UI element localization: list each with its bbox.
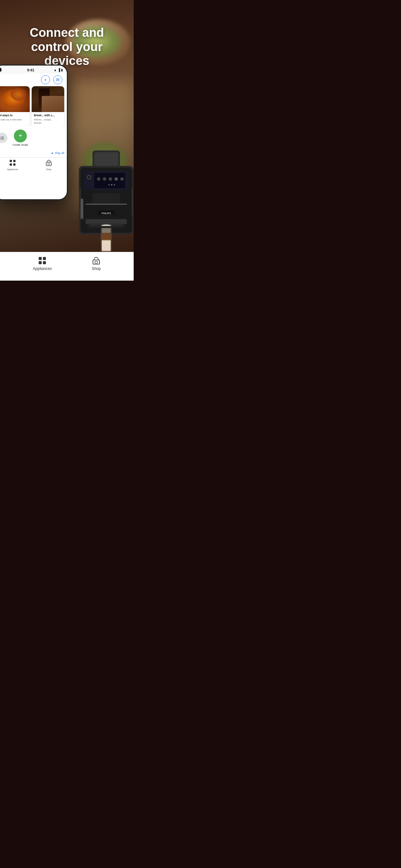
svg-rect-22 [93,193,120,204]
phone-nav-shop[interactable]: Shop [31,159,67,170]
battery-icon: ▮ [61,68,63,72]
svg-point-14 [97,177,100,181]
svg-point-16 [109,177,112,181]
shop-icon-wrap [92,256,101,265]
card-1-title: el ways to [0,114,27,117]
svg-rect-37 [88,226,125,228]
svg-point-19 [108,184,110,185]
recipe-card-2[interactable]: Brewi... with c... Kitchen... except... … [32,86,64,126]
play-all-button[interactable]: ► Play all [51,151,64,155]
create-recipe-label: Create recipe [12,144,28,146]
phone-actions-row: ⊞ + Create recipe [0,126,67,148]
phone-nav-appliances[interactable]: Appliances [0,159,31,170]
appliances-icon-wrap [38,256,47,265]
svg-rect-43 [95,261,97,264]
mail-symbol: ✉ [56,77,60,82]
svg-rect-4 [46,162,51,166]
create-recipe-circle: + [14,129,27,143]
phone-bottom-nav: Appliances Shop [0,157,67,172]
phone-camera [0,67,2,72]
svg-point-20 [111,184,112,185]
svg-rect-38 [39,257,42,260]
recipe-card-1[interactable]: el ways to o take our e next level. [0,86,30,126]
nav-item-appliances[interactable]: Appliances [33,256,52,271]
signal-icon: ▐ [58,68,60,72]
hero-title: Connect and control your devices [0,0,134,74]
svg-rect-7 [94,152,118,166]
status-icons: ▲ ▐ ▮ [54,68,63,72]
phone-mockup: 9:41 ▲ ▐ ▮ + ✉ [0,65,68,200]
svg-rect-26 [80,217,84,219]
svg-rect-41 [43,261,46,264]
card-2-title: Brewi... with c... [34,114,62,117]
recipes-icon: ⊞ [0,135,4,141]
appliances-nav-label: Appliances [33,267,52,271]
plus-symbol: + [44,77,47,82]
wifi-icon: ▲ [54,68,57,72]
full-page: Connect and control your devices 9:41 ▲ … [0,0,134,281]
appliances-nav-icon [9,159,16,167]
svg-rect-27 [80,188,81,216]
mail-icon[interactable]: ✉ [53,75,62,84]
svg-point-15 [103,177,106,181]
svg-point-18 [120,177,124,181]
hero-section: Connect and control your devices 9:41 ▲ … [0,0,134,252]
svg-rect-31 [102,240,111,251]
shop-store-icon [92,256,100,265]
svg-rect-23 [86,219,127,224]
card-2-desc: Kitchen... except... aromat... [34,118,62,125]
svg-rect-5 [48,163,50,165]
svg-rect-42 [93,260,99,264]
svg-point-21 [114,184,115,185]
phone-recipe-cards: el ways to o take our e next level. Brew… [0,86,67,126]
svg-rect-0 [10,160,12,162]
card-2-text: Brewi... with c... Kitchen... except... … [32,112,64,126]
phone-mockup-wrapper: 9:41 ▲ ▐ ▮ + ✉ [0,65,68,200]
svg-text:PHILIPS: PHILIPS [102,212,111,215]
appliances-nav-label: Appliances [7,168,18,170]
app-bottom-navigation: Appliances Shop [0,252,134,281]
card-1-desc: o take our e next level. [0,118,27,121]
svg-rect-3 [13,163,16,166]
svg-rect-1 [13,160,16,162]
status-time: 9:41 [27,68,34,72]
svg-rect-25 [81,198,83,219]
svg-point-17 [115,177,118,181]
add-icon[interactable]: + [41,75,50,84]
create-recipe-button[interactable]: + Create recipe [12,129,28,146]
shop-nav-label: Shop [92,267,101,271]
svg-rect-40 [39,261,42,264]
food-image-1 [0,86,30,112]
appliances-grid-icon [38,256,47,265]
nav-item-shop[interactable]: Shop [92,256,101,271]
phone-app-header: + ✉ [0,73,67,86]
svg-rect-39 [43,257,46,260]
play-all-row: ► Play all [0,148,67,157]
svg-point-12 [88,176,90,178]
food-image-2 [32,86,64,112]
shop-nav-icon [45,159,52,167]
phone-status-bar: 9:41 ▲ ▐ ▮ [0,66,67,73]
shop-nav-label: Shop [46,168,51,170]
svg-rect-28 [132,188,133,216]
svg-rect-29 [86,204,127,205]
svg-rect-2 [10,163,12,166]
coffee-machine-svg: PHILIPS [71,151,134,252]
svg-rect-32 [102,233,111,240]
recipes-shortcut[interactable]: ⊞ [0,133,7,143]
coffee-machine: PHILIPS [71,151,134,252]
card-1-text: el ways to o take our e next level. [0,112,30,123]
